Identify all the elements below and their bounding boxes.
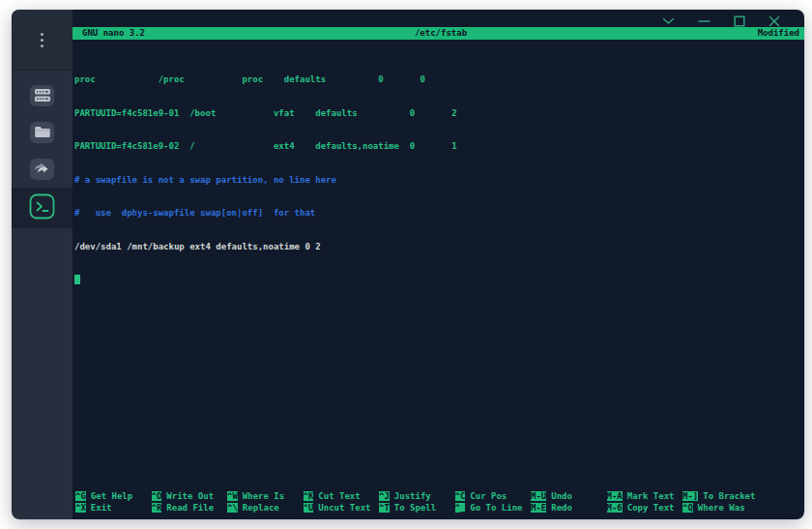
nano-version: GNU nano 3.2: [72, 27, 415, 40]
editor-buffer[interactable]: proc /proc proc defaults 0 0 PARTUUID=f4…: [72, 40, 804, 519]
buffer-line: PARTUUID=f4c581e9-02 / ext4 defaults,noa…: [74, 141, 804, 153]
sidebar-item-keyboard[interactable]: [30, 85, 54, 106]
buffer-line: # a swapfile is not a swap partition, no…: [74, 175, 804, 187]
maximize-button[interactable]: [734, 15, 745, 27]
keyboard-icon: [35, 87, 50, 105]
close-button[interactable]: [768, 15, 780, 27]
chevron-down-icon: [662, 17, 675, 25]
shortcut-cut-text: ^KCut Text: [304, 491, 380, 503]
shortcut-mark-text: M-AMark Text: [607, 491, 683, 503]
sidebar-icon-column: [12, 71, 72, 180]
shortcut-exit: ^XExit: [75, 503, 152, 514]
shortcut-where-was: ^QWhere Was: [682, 503, 759, 514]
buffer-line: proc /proc proc defaults 0 0: [74, 74, 804, 86]
shortcut-copy-text: M-6Copy Text: [607, 503, 683, 514]
shortcut-cur-pos: ^CCur Pos: [455, 491, 532, 503]
sidebar: [12, 10, 72, 519]
buffer-line: /dev/sda1 /mnt/backup ext4 defaults,noat…: [74, 242, 804, 253]
shortcut-read-file: ^RRead File: [152, 503, 228, 514]
shortcut-row-1: ^GGet Help^OWrite Out^WWhere Is^KCut Tex…: [75, 491, 804, 503]
shortcut-write-out: ^OWrite Out: [152, 491, 228, 503]
kebab-menu-icon[interactable]: [35, 27, 49, 53]
collapse-button[interactable]: [662, 17, 675, 25]
sidebar-item-files[interactable]: [30, 122, 54, 143]
terminal-pane: GNU nano 3.2 /etc/fstab Modified proc /p…: [72, 10, 804, 519]
forward-arrows-icon: [34, 161, 50, 179]
nano-header-bar: GNU nano 3.2 /etc/fstab Modified: [72, 27, 804, 40]
shortcut-justify: ^JJustify: [379, 491, 455, 503]
text-cursor: [74, 275, 80, 284]
nano-shortcut-bar: ^GGet Help^OWrite Out^WWhere Is^KCut Tex…: [75, 491, 804, 514]
app-window: GNU nano 3.2 /etc/fstab Modified proc /p…: [12, 10, 804, 519]
sidebar-menu-area: [12, 10, 72, 71]
shortcut-undo: M-UUndo: [531, 491, 607, 503]
close-icon: [768, 15, 780, 27]
minimize-icon: [698, 17, 710, 25]
buffer-cursor-line: [74, 275, 804, 286]
shortcut-go-to-line: ^_Go To Line: [455, 503, 532, 514]
buffer-line: PARTUUID=f4c581e9-01 /boot vfat defaults…: [74, 108, 804, 120]
shortcut-uncut-text: ^UUncut Text: [304, 503, 380, 514]
shortcut-row-2: ^XExit^RRead File^\Replace^UUncut Text^T…: [75, 503, 804, 514]
shortcut-get-help: ^GGet Help: [75, 491, 152, 503]
terminal-icon: [29, 193, 55, 223]
sidebar-item-transfer[interactable]: [30, 159, 54, 180]
nano-filename: /etc/fstab: [415, 27, 467, 40]
buffer-line: # use dphys-swapfile swap[on|off] for th…: [74, 208, 804, 220]
sidebar-item-terminal[interactable]: [12, 188, 72, 228]
shortcut-to-spell: ^TTo Spell: [379, 503, 455, 514]
nano-modified-flag: Modified: [467, 27, 804, 40]
shortcut-replace: ^\Replace: [227, 503, 304, 514]
shortcut-to-bracket: M-]To Bracket: [682, 491, 759, 503]
minimize-button[interactable]: [698, 17, 710, 25]
maximize-icon: [734, 15, 745, 27]
shortcut-redo: M-ERedo: [531, 503, 607, 514]
window-titlebar: [72, 10, 804, 27]
shortcut-where-is: ^WWhere Is: [227, 491, 304, 503]
folder-icon: [35, 124, 50, 142]
